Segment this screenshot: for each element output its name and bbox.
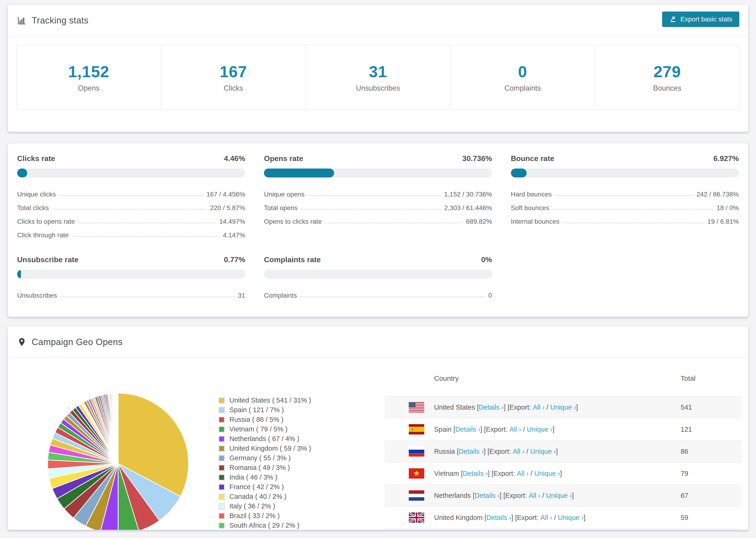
rate-row: Total opens2,303 / 61.446%	[264, 198, 492, 212]
details-link[interactable]: Details ›	[486, 514, 511, 521]
legend-item-netherlands[interactable]: Netherlands ( 67 / 4% )	[219, 434, 311, 444]
legend-swatch	[219, 417, 225, 423]
rate-row-value: 1,152 / 30.736%	[444, 190, 492, 198]
summary-stats-row: 1,152Opens167Clicks31Unsubscribes0Compla…	[16, 45, 740, 110]
rate-rows: Unique clicks167 / 4.456%Total clicks220…	[17, 185, 245, 239]
legend-item-spain[interactable]: Spain ( 121 / 7% )	[219, 405, 311, 415]
rate-title: Bounce rate	[511, 154, 554, 163]
rate-row-label: Unsubscribes	[17, 292, 57, 299]
legend-swatch	[219, 446, 225, 452]
rate-section-opens-rate: Opens rate30.736%Unique opens1,152 / 30.…	[264, 154, 492, 239]
legend-item-italy[interactable]: Italy ( 36 / 2% )	[219, 501, 311, 511]
country-cell: Vietnam [Details ›] [Export: All › / Uni…	[384, 468, 681, 479]
total-cell: 86	[681, 448, 742, 456]
export-all-link[interactable]: All ›	[540, 514, 552, 521]
summary-value: 31	[369, 62, 387, 81]
export-unique-link[interactable]: Unique ›	[558, 514, 584, 521]
rate-row: Clicks to opens rate14.497%	[17, 212, 245, 225]
geo-table-row-vietnam: Vietnam [Details ›] [Export: All › / Uni…	[384, 462, 742, 484]
rate-rows: Hard bounces242 / 86.738%Soft bounces18 …	[511, 185, 739, 225]
export-basic-stats-button[interactable]: Export basic stats	[662, 12, 739, 27]
details-link[interactable]: Details ›	[479, 404, 504, 411]
legend-item-france[interactable]: France ( 42 / 2% )	[219, 482, 311, 492]
legend-swatch	[219, 465, 225, 471]
rate-row-label: Total opens	[264, 204, 297, 212]
rate-section-clicks-rate: Clicks rate4.46%Unique clicks167 / 4.456…	[17, 154, 245, 239]
legend-item-russia[interactable]: Russia ( 86 / 5% )	[219, 415, 311, 424]
export-all-link[interactable]: All ›	[517, 470, 528, 477]
legend-item-united-kingdom[interactable]: United Kingdom ( 59 / 3% )	[219, 444, 311, 453]
rate-rows: Unique opens1,152 / 30.736%Total opens2,…	[264, 185, 492, 225]
export-all-link[interactable]: All ›	[510, 426, 521, 433]
details-link[interactable]: Details ›	[455, 426, 480, 433]
flag-gb-icon	[409, 512, 424, 523]
legend-label: Russia ( 86 / 5% )	[229, 416, 283, 423]
legend-item-germany[interactable]: Germany ( 55 / 3% )	[219, 453, 311, 463]
export-unique-link[interactable]: Unique ›	[550, 404, 576, 411]
legend-swatch	[219, 407, 225, 413]
summary-label: Clicks	[224, 84, 243, 92]
rate-title: Unsubscribe rate	[17, 255, 79, 264]
summary-label: Unsubscribes	[356, 84, 400, 92]
rate-row-label: Opens to clicks rate	[264, 218, 322, 225]
rate-section-header: Opens rate30.736%	[264, 154, 492, 163]
legend-item-south-africa[interactable]: South Africa ( 29 / 2% )	[219, 521, 311, 530]
dotted-leader	[78, 223, 216, 223]
summary-cell-opens: 1,152Opens	[17, 45, 161, 110]
legend-label: Italy ( 36 / 2% )	[229, 502, 275, 510]
details-link[interactable]: Details ›	[475, 492, 500, 500]
flag-nl-icon	[409, 490, 424, 501]
rate-row-value: 14.497%	[219, 218, 245, 225]
summary-cell-bounces: 279Bounces	[595, 45, 739, 110]
geo-table-row-united-kingdom: United Kingdom [Details ›] [Export: All …	[384, 506, 742, 528]
export-unique-link[interactable]: Unique ›	[546, 492, 572, 500]
summary-value: 1,152	[68, 62, 109, 81]
total-cell: 121	[681, 426, 742, 433]
details-link[interactable]: Details ›	[463, 470, 488, 477]
rate-row-label: Unique opens	[264, 190, 304, 198]
summary-value: 167	[220, 62, 247, 81]
legend-item-romania[interactable]: Romania ( 49 / 3% )	[219, 463, 311, 472]
rate-row: Soft bounces18 / 0%	[511, 198, 739, 212]
total-cell: 59	[681, 514, 742, 521]
tracking-stats-header: Tracking stats Export basic stats	[8, 5, 748, 36]
rate-section-bounce-rate: Bounce rate6.927%Hard bounces242 / 86.73…	[511, 154, 739, 239]
export-icon	[669, 15, 677, 23]
export-all-link[interactable]: All ›	[513, 448, 524, 456]
summary-label: Bounces	[653, 84, 681, 92]
legend-label: India ( 46 / 3% )	[229, 473, 278, 481]
export-all-link[interactable]: All ›	[533, 404, 545, 411]
legend-swatch	[219, 484, 225, 490]
flag-vn-icon	[409, 468, 424, 479]
summary-cell-complaints: 0Complaints	[451, 45, 595, 110]
details-link[interactable]: Details ›	[459, 448, 484, 456]
total-cell: 67	[681, 492, 742, 500]
legend-swatch	[219, 522, 225, 529]
legend-label: Brazil ( 33 / 2% )	[229, 512, 280, 520]
export-unique-link[interactable]: Unique ›	[530, 448, 556, 456]
country-column-header: Country	[384, 374, 681, 382]
country-cell: United States [Details ›] [Export: All ›…	[384, 402, 681, 412]
export-all-link[interactable]: All ›	[529, 492, 540, 500]
rate-row: Click through rate4.147%	[17, 225, 245, 239]
export-unique-link[interactable]: Unique ›	[534, 470, 560, 477]
legend-item-brazil[interactable]: Brazil ( 33 / 2% )	[219, 511, 311, 521]
rate-rows: Unsubscribes31	[17, 286, 245, 299]
rate-row-value: 18 / 0%	[717, 204, 739, 212]
legend-item-canada[interactable]: Canada ( 40 / 2% )	[219, 492, 311, 501]
progress-bar-fill	[17, 169, 27, 178]
total-cell: 541	[681, 404, 742, 411]
geo-body: United States ( 541 / 31% )Spain ( 121 /…	[8, 358, 748, 530]
legend-item-united-states[interactable]: United States ( 541 / 31% )	[219, 396, 311, 405]
legend-item-india[interactable]: India ( 46 / 3% )	[219, 472, 311, 482]
campaign-geo-opens-card: Campaign Geo Opens United States ( 541 /…	[8, 326, 748, 530]
country-name: United States [	[434, 404, 479, 411]
flag-us-icon	[409, 402, 424, 412]
export-unique-link[interactable]: Unique ›	[527, 426, 553, 433]
rate-value: 0.77%	[224, 255, 245, 264]
rate-value: 0%	[481, 255, 492, 264]
dotted-leader	[555, 195, 693, 196]
page-title: Tracking stats	[32, 16, 88, 26]
geo-pie-chart	[45, 391, 191, 530]
legend-item-vietnam[interactable]: Vietnam ( 79 / 5% )	[219, 424, 311, 434]
